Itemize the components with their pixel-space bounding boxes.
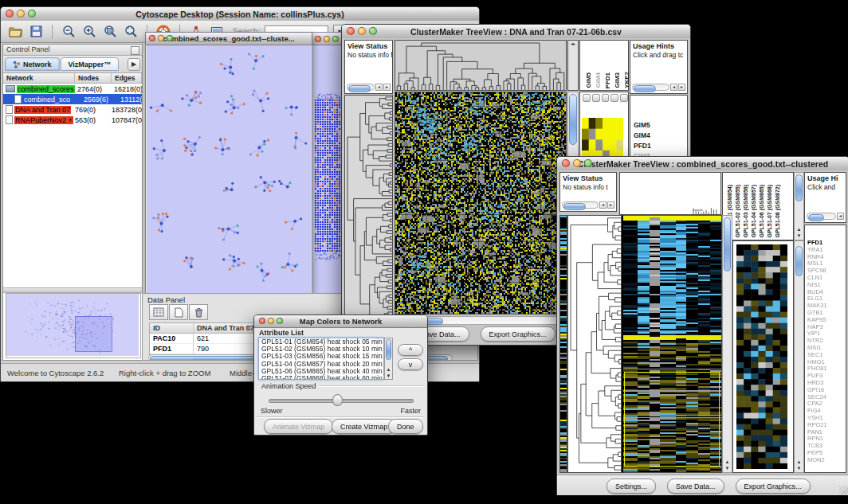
scroll-thumb[interactable] [563, 203, 586, 210]
scroll-up-arrow[interactable]: ▲ [723, 459, 732, 465]
export-graphics-button[interactable]: Export Graphics... [481, 326, 556, 342]
float-panel-icon[interactable] [131, 46, 139, 55]
scroll-up-arrow[interactable]: ▲ [385, 366, 392, 373]
left-dendrogram-canvas[interactable] [345, 96, 392, 328]
corner-arrows[interactable]: ◂▸ [568, 41, 578, 46]
scroll-down-arrow[interactable]: ▼ [385, 373, 392, 379]
birdseye-view[interactable] [6, 293, 141, 358]
zoom-button[interactable] [167, 35, 173, 41]
id-column-header[interactable]: ID [150, 323, 194, 333]
minimize-button[interactable] [358, 27, 366, 35]
zoom-fit-icon[interactable] [123, 24, 139, 40]
attribute-list-item[interactable]: GPL51-07 (GSM868) heat shock 60 min [259, 375, 383, 380]
network2-titlebar[interactable] [312, 33, 343, 45]
col-edges[interactable]: Edges [112, 73, 142, 83]
panel-splitter[interactable] [3, 287, 142, 293]
close-button[interactable] [347, 27, 355, 35]
attribute-list-item[interactable]: GPL51-01 (GSM854) heat shock 05 min [259, 338, 383, 346]
scroll-left-arrow[interactable]: ◂ [670, 84, 677, 91]
zoom-tool-icon[interactable] [592, 94, 600, 102]
global-strip-canvas[interactable] [560, 216, 567, 472]
zoom-in-icon[interactable] [81, 24, 97, 40]
scroll-thumb[interactable] [808, 214, 824, 221]
heatmap-canvas[interactable] [395, 92, 566, 314]
dialog-titlebar[interactable]: Map Colors to Network [254, 315, 427, 328]
gene-label[interactable]: GIM4 [630, 131, 687, 141]
close-button[interactable] [149, 35, 155, 41]
network-view-titlebar[interactable]: combined_scores_good.txt--cluste... [146, 33, 312, 45]
attribute-list-item[interactable]: GPL51-04 (GSM857) heat shock 20 min [259, 361, 383, 368]
scroll-thumb[interactable] [634, 85, 656, 92]
zoom-tool-icon[interactable] [583, 94, 591, 102]
attribute-list-item[interactable]: GPL51-02 (GSM855) heat shock 10 min [259, 346, 383, 353]
scroll-thumb[interactable] [724, 217, 731, 272]
attribute-list-item[interactable]: GPL51-06 (GSM865) heat shock 40 min [259, 368, 383, 375]
col-network[interactable]: Network [3, 73, 75, 83]
zoom-tool-icon[interactable] [610, 94, 618, 102]
minimize-button[interactable] [573, 159, 581, 167]
animate-vizmap-button[interactable]: Animate Vizmap [264, 419, 333, 434]
settings-button[interactable]: Settings... [607, 479, 656, 494]
left-dendrogram-canvas[interactable] [568, 216, 621, 472]
delete-attribute-icon[interactable] [189, 304, 208, 320]
zoom-tool-icon[interactable] [620, 94, 628, 102]
scroll-right-arrow[interactable]: ▸ [607, 201, 614, 209]
zoom-heatmap-canvas[interactable] [736, 244, 787, 469]
save-icon[interactable] [28, 24, 44, 40]
network2-canvas[interactable] [313, 45, 342, 293]
open-folder-icon[interactable] [7, 24, 23, 40]
top-dendrogram-canvas[interactable] [395, 41, 566, 90]
scroll-left-arrow[interactable]: ◂ [599, 201, 607, 209]
heatmap-canvas[interactable] [623, 216, 721, 472]
scroll-right-arrow[interactable]: ▸ [383, 84, 391, 91]
tab-vizmapper[interactable]: VizMapper™ [61, 57, 120, 71]
gene-label[interactable]: GIM5 [630, 120, 687, 131]
minimize-button[interactable] [324, 36, 330, 42]
zoom-button[interactable] [28, 10, 36, 18]
zoom-out-icon[interactable] [61, 24, 77, 40]
main-titlebar[interactable]: Cytoscape Desktop (Session Name: collins… [1, 7, 479, 21]
scroll-up-arrow[interactable]: ▲ [795, 226, 803, 232]
new-attribute-icon[interactable] [169, 304, 188, 320]
attribute-list-item[interactable]: GPL51-03 (GSM856) heat shock 15 min [259, 353, 383, 360]
close-button[interactable] [6, 10, 14, 18]
zoom-button[interactable] [369, 27, 377, 35]
resize-grip[interactable] [839, 486, 848, 494]
zoom-tool-icon[interactable] [602, 94, 610, 102]
network-tree-row[interactable]: RNAPuberNov2 +563(0)107847(0) [3, 115, 142, 125]
network-tree-row[interactable]: DNA and Tran 07769(0)183728(0) [3, 104, 142, 115]
close-button[interactable] [562, 159, 570, 167]
scroll-thumb[interactable] [569, 94, 577, 145]
gene-label[interactable]: MON2 [805, 457, 846, 464]
close-button[interactable] [259, 318, 265, 324]
top-dendrogram-canvas[interactable] [620, 173, 720, 214]
col-nodes[interactable]: Nodes [75, 73, 112, 83]
scroll-right-arrow[interactable]: ▸ [678, 84, 685, 91]
export-graphics-button[interactable]: Export Graphics... [736, 479, 811, 494]
scroll-left-arrow[interactable]: ◂ [837, 213, 844, 220]
scroll-down-arrow[interactable]: ▼ [795, 232, 803, 239]
attribute-table-icon[interactable] [149, 304, 168, 320]
scroll-left-arrow[interactable]: ◂ [375, 84, 383, 91]
close-button[interactable] [315, 36, 321, 42]
minimize-button[interactable] [17, 10, 25, 18]
move-down-button[interactable]: v [398, 358, 423, 370]
zoom-selected-icon[interactable] [102, 24, 118, 40]
minimize-button[interactable] [158, 35, 164, 41]
minimize-button[interactable] [268, 318, 274, 324]
gene-label[interactable]: PFD1 [630, 141, 687, 151]
tab-network[interactable]: Network [5, 57, 60, 71]
network-tree-row[interactable]: combined_scores2764(0)16218(0) [3, 84, 142, 94]
network-canvas[interactable] [147, 45, 311, 293]
scroll-up-arrow[interactable]: ▲ [795, 459, 803, 465]
zoom-button[interactable] [332, 36, 339, 42]
attribute-list[interactable]: GPL51-01 (GSM854) heat shock 05 minGPL51… [258, 338, 384, 380]
create-vizmap-button[interactable]: Create Vizmap [332, 419, 396, 434]
zoom-button[interactable] [277, 318, 283, 324]
scroll-thumb[interactable] [795, 174, 803, 201]
scroll-down-arrow[interactable]: ▼ [795, 465, 803, 471]
save-data-button[interactable]: Save Data... [667, 479, 724, 494]
zoom-button[interactable] [584, 159, 592, 167]
treeview1-titlebar[interactable]: ClusterMaker TreeView : DNA and Tran 07-… [342, 25, 690, 39]
scroll-thumb[interactable] [795, 246, 803, 276]
